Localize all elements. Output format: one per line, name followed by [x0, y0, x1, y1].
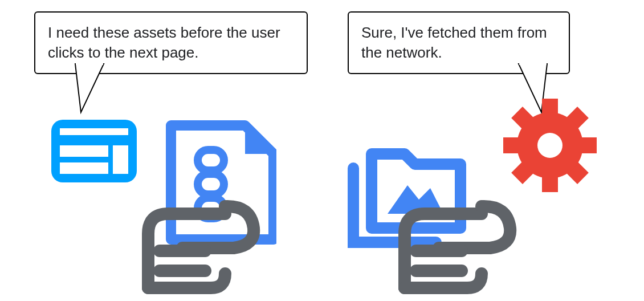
svg-rect-7	[113, 145, 128, 174]
svg-point-26	[537, 133, 563, 158]
svg-rect-1	[76, 63, 103, 65]
hand-icon	[376, 182, 536, 296]
svg-rect-3	[519, 63, 547, 65]
svg-rect-8	[60, 162, 108, 174]
svg-rect-5	[60, 128, 128, 135]
hand-icon	[120, 182, 279, 296]
gear-icon	[502, 97, 598, 194]
browser-window-icon	[51, 120, 137, 182]
speech-text-left: I need these assets before the user clic…	[48, 24, 280, 61]
speech-text-right: Sure, I've fetched them from the network…	[361, 24, 547, 61]
speech-tail-left	[75, 64, 115, 115]
svg-rect-6	[60, 145, 108, 157]
svg-marker-0	[75, 64, 104, 112]
